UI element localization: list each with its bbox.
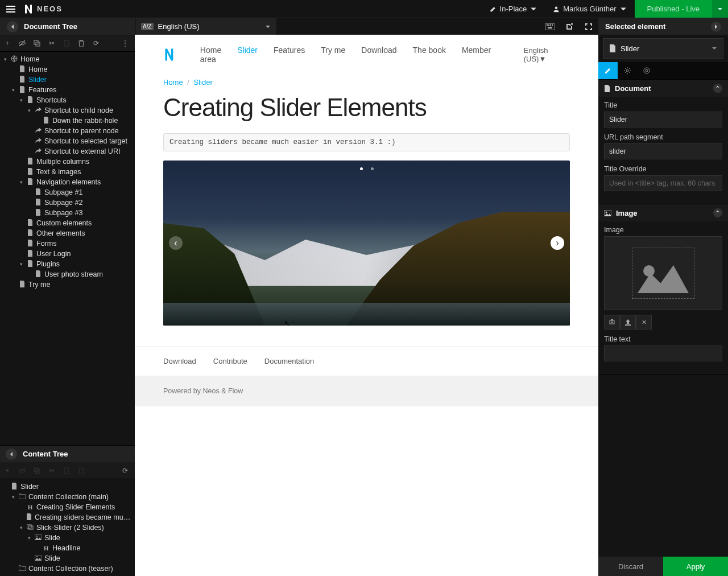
footer-link[interactable]: Download: [163, 357, 196, 365]
tree-node[interactable]: Content Collection (teaser): [0, 563, 135, 574]
user-menu[interactable]: Markus Günther: [545, 0, 634, 18]
tab-settings[interactable]: [618, 62, 637, 79]
publish-dropdown[interactable]: [712, 0, 728, 18]
tree-node[interactable]: Shortcut to parent node: [0, 126, 135, 136]
title-label: Title: [604, 101, 722, 109]
delete-node-button[interactable]: [74, 35, 89, 52]
nav-link[interactable]: The book: [413, 46, 446, 55]
footer-link[interactable]: Contribute: [213, 357, 247, 365]
tree-node[interactable]: Subpage #2: [0, 198, 135, 208]
breadcrumb: Home / Slider: [135, 75, 598, 87]
add-node-button[interactable]: ＋: [0, 35, 15, 52]
external-link-icon[interactable]: [560, 18, 579, 35]
tree-node[interactable]: Down the rabbit-hole: [0, 116, 135, 126]
title-override-input[interactable]: [604, 175, 722, 191]
tree-node[interactable]: HHeadline: [0, 543, 135, 553]
fullscreen-icon[interactable]: [579, 18, 598, 35]
tree-node[interactable]: Slide: [0, 553, 135, 563]
page-preview[interactable]: HomeSliderFeaturesTry meDownloadThe book…: [135, 35, 598, 576]
url-segment-label: URL path segment: [604, 133, 722, 141]
breadcrumb-home[interactable]: Home: [163, 78, 183, 87]
nav-link[interactable]: Features: [274, 46, 305, 55]
copy-node-button[interactable]: [30, 35, 44, 52]
apply-button[interactable]: Apply: [663, 557, 728, 576]
content-tree-collapse[interactable]: [6, 449, 17, 460]
image-media-button[interactable]: [604, 315, 620, 330]
tree-node[interactable]: Multiple columns: [0, 157, 135, 167]
publish-button[interactable]: Published - Live: [635, 0, 713, 18]
image-upload-button[interactable]: [620, 315, 636, 330]
tree-node[interactable]: User photo stream: [0, 269, 135, 279]
selected-node-selector[interactable]: Slider: [603, 38, 723, 59]
language-selector[interactable]: A/Z English (US): [135, 18, 276, 35]
tree-node[interactable]: Slider: [0, 75, 135, 85]
nav-link[interactable]: Try me: [321, 46, 345, 55]
refresh-tree-button[interactable]: ⟳: [89, 35, 104, 52]
tree-node[interactable]: ▾Slick-Slider (2 Slides): [0, 522, 135, 533]
nav-link[interactable]: Home: [200, 46, 221, 55]
panel-collapse-left[interactable]: [7, 21, 18, 32]
tree-node[interactable]: Forms: [0, 238, 135, 249]
url-segment-input[interactable]: [604, 143, 722, 159]
tab-properties[interactable]: [598, 62, 618, 79]
tree-node[interactable]: ▾Plugins: [0, 259, 135, 269]
tree-more-button[interactable]: ⋮: [118, 35, 133, 52]
tree-node[interactable]: Shortcut to selected target: [0, 136, 135, 146]
slider-prev-button[interactable]: ‹: [169, 236, 183, 250]
footer-link[interactable]: Documentation: [264, 357, 314, 365]
tab-info[interactable]: [637, 62, 656, 79]
menu-toggle[interactable]: [0, 0, 21, 18]
paste-node-button: [59, 35, 74, 52]
title-text-input[interactable]: [604, 345, 722, 361]
slider-widget[interactable]: ‹ › ↖: [163, 161, 570, 326]
discard-button[interactable]: Discard: [598, 557, 663, 576]
tree-node[interactable]: ▾Slide: [0, 533, 135, 543]
tree-node[interactable]: Creating sliders became much ea...: [0, 512, 135, 522]
tree-node[interactable]: HCreating Slider Elements: [0, 502, 135, 512]
tree-node[interactable]: ▾Home: [0, 54, 135, 64]
title-input[interactable]: [604, 112, 722, 127]
image-dropzone[interactable]: [604, 236, 722, 310]
tree-node[interactable]: User Login: [0, 249, 135, 259]
inspector-document-section[interactable]: Document ⌃: [598, 80, 728, 97]
site-logo-icon: [163, 47, 175, 62]
content-tree[interactable]: Slider▾Content Collection (main)HCreatin…: [0, 479, 135, 576]
keyboard-icon[interactable]: [540, 18, 560, 35]
tree-node[interactable]: ▾Shortcuts: [0, 95, 135, 105]
tree-node[interactable]: ▾Content Collection (main): [0, 492, 135, 502]
nav-link[interactable]: Download: [361, 46, 396, 55]
tree-node[interactable]: ▾Features: [0, 85, 135, 95]
tree-node[interactable]: Home: [0, 64, 135, 75]
tree-node[interactable]: ▾Navigation elements: [0, 177, 135, 187]
breadcrumb-current[interactable]: Slider: [194, 78, 213, 87]
tree-node[interactable]: Text & images: [0, 167, 135, 177]
panel-collapse-right[interactable]: [711, 22, 721, 32]
content-tree-toolbar: ＋ ✂ ⟳: [0, 462, 135, 479]
svg-rect-4: [550, 24, 551, 26]
tree-node[interactable]: Subpage #3: [0, 208, 135, 218]
slider-dots[interactable]: [360, 167, 374, 170]
cut-node-button[interactable]: ✂: [44, 35, 59, 52]
tree-node[interactable]: Slider: [0, 482, 135, 492]
edit-mode-selector[interactable]: In-Place: [482, 0, 545, 18]
image-remove-button[interactable]: ✕: [636, 315, 652, 330]
tree-node[interactable]: Other elements: [0, 228, 135, 238]
tree-node[interactable]: Custom elements: [0, 218, 135, 228]
page-title[interactable]: Creating Slider Elements: [135, 87, 598, 133]
tree-node[interactable]: ▾Shortcut to child node: [0, 105, 135, 116]
tree-node[interactable]: Try me: [0, 279, 135, 290]
chevron-down-icon: [265, 24, 271, 30]
code-block[interactable]: Creating sliders became much easier in v…: [163, 133, 570, 151]
refresh-content-button[interactable]: ⟳: [118, 462, 133, 479]
slider-next-button[interactable]: ›: [551, 236, 564, 250]
svg-rect-1: [545, 23, 555, 30]
inspector-image-section[interactable]: Image ⌃: [598, 204, 728, 221]
hide-node-button[interactable]: [15, 35, 30, 52]
tree-node[interactable]: Subpage #1: [0, 187, 135, 198]
svg-point-19: [36, 536, 38, 537]
svg-point-24: [646, 69, 648, 72]
document-tree[interactable]: ▾HomeHomeSlider▾Features▾Shortcuts▾Short…: [0, 52, 135, 445]
tree-node[interactable]: Shortcut to external URI: [0, 146, 135, 157]
site-language-selector[interactable]: English (US)▼: [524, 46, 570, 63]
nav-link[interactable]: Slider: [237, 46, 258, 55]
